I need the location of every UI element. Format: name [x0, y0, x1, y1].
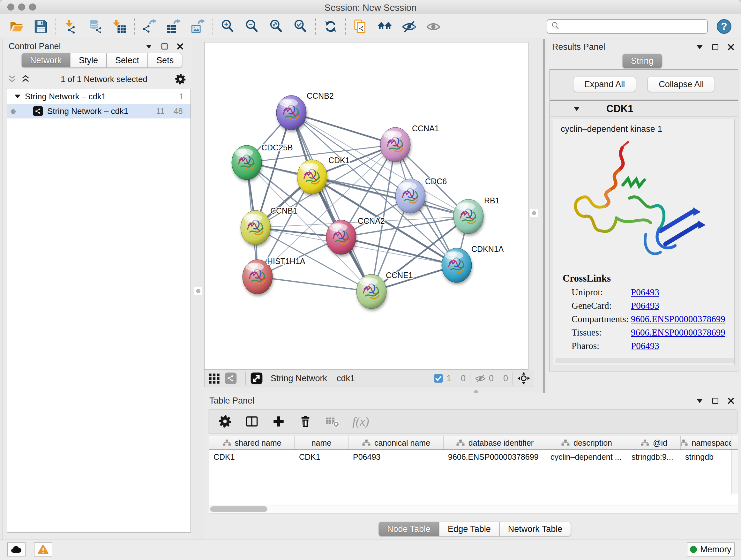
crosslink-row: Compartments: 9606.ENSP00000378699	[571, 314, 734, 324]
refresh-button[interactable]	[323, 19, 338, 34]
table-row[interactable]: CDK1CDK1P064939606.ENSP00000378699cyclin…	[209, 450, 738, 464]
network-options-gear-icon[interactable]	[175, 73, 186, 85]
crosslink-link[interactable]: P06493	[631, 341, 659, 351]
float-panel-icon[interactable]	[160, 42, 169, 51]
search-input[interactable]	[561, 20, 704, 33]
crosslink-label: GeneCard:	[571, 300, 631, 311]
search-box[interactable]	[547, 19, 708, 34]
network-node-CCNB1[interactable]	[241, 210, 271, 245]
crosslink-label: Uniprot:	[571, 287, 631, 298]
zoom-selected-button[interactable]	[293, 19, 308, 34]
expand-all-networks-icon[interactable]	[20, 74, 31, 84]
column-header-namespace[interactable]: namespace	[681, 436, 731, 449]
results-panel-title: Results Panel	[552, 42, 605, 52]
network-edge[interactable]	[291, 113, 395, 145]
network-node-CDK1[interactable]	[297, 160, 327, 194]
import-network-button[interactable]	[63, 19, 78, 34]
network-canvas[interactable]: CCNB2CCNA1CDC25BCDK1CDC6RB1CCNB1CCNA2CDK…	[204, 42, 529, 370]
column-header--id[interactable]: @id	[627, 436, 681, 449]
network-node-CCNA1[interactable]	[381, 127, 410, 162]
tab-style[interactable]: Style	[70, 53, 107, 68]
column-header-name[interactable]: name	[294, 436, 348, 449]
warnings-button[interactable]	[34, 543, 52, 557]
memory-button[interactable]: Memory	[687, 543, 735, 557]
crosslink-link[interactable]: P06493	[631, 300, 659, 311]
selected-items-icon[interactable]	[434, 374, 443, 383]
zoom-fit-button[interactable]	[269, 19, 284, 34]
column-header-description[interactable]: description	[546, 436, 627, 449]
float-panel-icon[interactable]	[711, 396, 720, 405]
close-panel-icon[interactable]	[176, 42, 185, 51]
duplicate-network-button[interactable]	[353, 19, 368, 34]
trash-button[interactable]	[298, 415, 313, 428]
column-header-database-identifier[interactable]: database identifier	[444, 436, 546, 449]
network-name: String Network – cdk1	[47, 106, 128, 116]
column-header-shared-name[interactable]: shared name	[209, 436, 294, 449]
tab-edge-table[interactable]: Edge Table	[439, 522, 499, 537]
network-graph[interactable]: CCNB2CCNA1CDC25BCDK1CDC6RB1CCNB1CCNA2CDK…	[205, 43, 529, 370]
left-splitter-handle[interactable]	[194, 287, 202, 295]
export-image-button[interactable]	[190, 19, 205, 34]
show-eye-button[interactable]	[426, 19, 441, 34]
import-table-button[interactable]	[112, 19, 127, 34]
collapse-all-networks-icon[interactable]	[7, 74, 17, 84]
close-panel-icon[interactable]	[727, 43, 735, 51]
columns-button[interactable]	[245, 415, 259, 428]
float-panel-icon[interactable]	[711, 43, 720, 51]
zoom-in-button[interactable]	[220, 19, 235, 34]
tab-select[interactable]: Select	[107, 53, 148, 68]
network-node-CCNA2[interactable]	[326, 220, 356, 254]
network-node-RB1[interactable]	[454, 199, 483, 234]
tab-string[interactable]: String	[622, 54, 662, 68]
panel-menu-icon[interactable]	[145, 42, 153, 51]
network-collection-row[interactable]: String Network – cdk1 1	[7, 89, 191, 104]
network-node-CDKN1A[interactable]	[442, 248, 472, 283]
crosslink-link[interactable]: 9606.ENSP00000378699	[631, 314, 725, 324]
gear-button[interactable]	[218, 415, 232, 428]
open-folder-button[interactable]	[9, 19, 24, 34]
tab-node-table[interactable]: Node Table	[379, 522, 439, 537]
hide-eye-button[interactable]	[401, 19, 417, 34]
network-row[interactable]: String Network – cdk1 11 48	[7, 104, 191, 118]
panel-menu-icon[interactable]	[695, 43, 704, 51]
right-panel-divider[interactable]	[543, 39, 545, 393]
collapse-entry-icon[interactable]	[572, 105, 581, 113]
network-node-CDC25B[interactable]	[232, 145, 262, 180]
network-edge[interactable]	[258, 277, 372, 292]
cloud-button[interactable]	[7, 543, 25, 557]
network-overview-icon[interactable]	[224, 372, 237, 385]
homes-button[interactable]	[377, 19, 393, 34]
save-button[interactable]	[33, 19, 49, 34]
network-node-CDC6[interactable]	[395, 179, 425, 213]
import-database-button[interactable]	[87, 19, 103, 34]
entry-scrollbar[interactable]	[556, 359, 735, 363]
table-horizontal-scrollbar[interactable]	[209, 505, 738, 513]
tab-sets[interactable]: Sets	[148, 53, 182, 68]
scrollbar-thumb[interactable]	[210, 506, 267, 512]
close-panel-icon[interactable]	[727, 396, 735, 405]
expand-all-button[interactable]: Expand All	[573, 77, 636, 92]
table-tabs: Node TableEdge TableNetwork Table	[379, 522, 571, 537]
crosslink-link[interactable]: P06493	[631, 287, 659, 298]
selected-count-badge: 1 – 0	[447, 374, 466, 383]
column-header-canonical-name[interactable]: canonical name	[348, 436, 444, 449]
network-node-CCNE1[interactable]	[356, 274, 387, 309]
gene-entry-header[interactable]: CDK1	[550, 101, 738, 117]
grid-view-icon[interactable]	[208, 372, 220, 385]
zoom-out-button[interactable]	[245, 19, 260, 34]
help-button[interactable]: ?	[716, 18, 732, 35]
tab-network[interactable]: Network	[21, 53, 70, 68]
collapse-all-button[interactable]: Collapse All	[648, 77, 715, 92]
crosslink-link[interactable]: 9606.ENSP00000378699	[631, 327, 725, 338]
birds-eye-view-icon[interactable]	[517, 372, 530, 385]
network-edge[interactable]	[341, 237, 457, 265]
right-splitter-handle[interactable]	[530, 209, 538, 217]
plus-button[interactable]	[272, 415, 286, 428]
detach-view-icon[interactable]	[250, 372, 263, 385]
export-network-button[interactable]	[142, 19, 157, 34]
network-node-CCNB2[interactable]	[276, 96, 307, 130]
table-vertical-scrollbar[interactable]	[731, 450, 738, 494]
panel-menu-icon[interactable]	[695, 396, 704, 405]
tab-network-table[interactable]: Network Table	[499, 522, 571, 537]
export-table-button[interactable]	[166, 19, 181, 34]
